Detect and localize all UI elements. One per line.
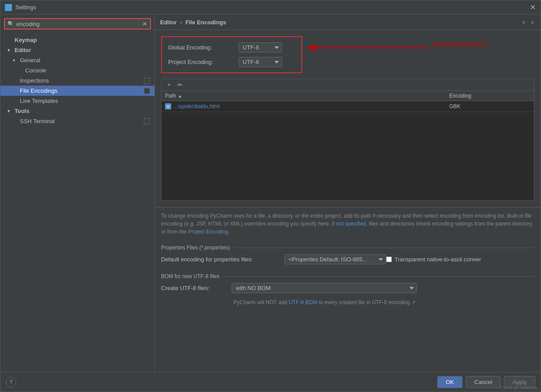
nav-forward-button[interactable]: ›: [530, 18, 535, 26]
bom-note: PyCharm will NOT add UTF-8 BOM to every …: [155, 299, 541, 308]
global-encoding-row: Global Encoding: UTF-8 GBK ISO-8859-1: [168, 42, 295, 53]
cancel-button[interactable]: Cancel: [466, 376, 500, 388]
encoding-section: Global Encoding: UTF-8 GBK ISO-8859-1 Pr…: [161, 36, 302, 73]
search-icon: 🔍: [8, 21, 14, 27]
utf8-bom-link: UTF-8 BOM: [289, 299, 317, 305]
watermark: CSDN @Finderyao: [500, 385, 537, 390]
col-encoding-header: Encoding: [446, 91, 534, 101]
global-encoding-select[interactable]: UTF-8 GBK ISO-8859-1: [239, 42, 282, 53]
file-icon: H: [165, 103, 171, 109]
search-input[interactable]: [16, 21, 142, 27]
file-path-cell: H ...\spider\baidu.html: [162, 101, 446, 112]
bom-section: BOM for new UTF-8 files Create UTF-8 fil…: [155, 271, 541, 299]
help-button[interactable]: ?: [6, 377, 16, 388]
properties-section: Properties Files (*.properties) Default …: [155, 240, 541, 271]
ok-button[interactable]: OK: [437, 376, 462, 388]
search-box[interactable]: 🔍 ✕: [4, 18, 151, 30]
panel-nav: ‹ ›: [521, 18, 535, 26]
edit-file-button[interactable]: ✏: [176, 81, 184, 89]
breadcrumb-current: File Encodings: [185, 19, 226, 26]
sidebar-item-tools[interactable]: ▾ Tools: [0, 106, 154, 116]
tree-arrow: ▾: [13, 58, 18, 63]
table-row[interactable]: H ...\spider\baidu.html GBK: [162, 101, 534, 112]
sidebar-item-label: Editor: [15, 47, 31, 53]
sidebar-item-label: File Encodings: [20, 87, 57, 94]
bottom-bar: ? OK Cancel Apply: [0, 372, 541, 392]
file-path-text: ...\spider\baidu.html: [173, 103, 220, 109]
bom-create-row: Create UTF-8 files: with NO BOM with BOM: [161, 283, 534, 293]
clear-search-icon[interactable]: ✕: [142, 20, 147, 27]
file-table-toolbar: ＋ ✏: [162, 79, 534, 91]
sidebar-item-file-encodings[interactable]: File Encodings: [0, 86, 154, 96]
add-file-button[interactable]: ＋: [164, 80, 174, 89]
sidebar-item-label: Live Templates: [20, 98, 58, 104]
global-encoding-label: Global Encoding:: [168, 44, 239, 51]
breadcrumb-parent: Editor: [160, 19, 177, 26]
nav-back-button[interactable]: ‹: [521, 18, 526, 26]
item-indicator: [144, 118, 150, 124]
sidebar-item-label: SSH Terminal: [20, 118, 55, 124]
description-text: To change encoding PyCharm uses for a fi…: [155, 207, 541, 240]
sidebar: 🔍 ✕ Keymap ▾ Editor ▾ Gen: [0, 15, 155, 372]
col-path-header: Path ▲: [162, 91, 446, 101]
breadcrumb-separator: ›: [180, 19, 184, 26]
breadcrumb: Editor › File Encodings: [160, 19, 226, 26]
sidebar-tree: Keymap ▾ Editor ▾ General Console: [0, 33, 154, 372]
window-title: Settings: [15, 4, 529, 11]
sidebar-item-ssh-terminal[interactable]: SSH Terminal: [0, 116, 154, 126]
sidebar-item-label: Tools: [15, 108, 30, 114]
title-bar: Settings ✕: [0, 0, 541, 15]
file-table-empty-area: [162, 112, 534, 200]
sidebar-item-label: Inspections: [20, 77, 49, 84]
sidebar-item-label: Keymap: [15, 37, 37, 43]
sidebar-item-inspections[interactable]: Inspections: [0, 75, 154, 86]
project-encoding-link: Project Encoding: [188, 229, 228, 235]
project-encoding-label: Project Encoding:: [168, 59, 239, 65]
default-encoding-row: Default encoding for properties files: <…: [161, 254, 534, 264]
col-path-label: Path: [165, 93, 176, 99]
item-indicator: [144, 78, 150, 84]
sidebar-item-general[interactable]: ▾ General: [0, 55, 154, 65]
sidebar-item-keymap[interactable]: Keymap: [0, 35, 154, 45]
annotation-arrow: [305, 39, 459, 65]
transparent-checkbox[interactable]: [386, 256, 392, 262]
tree-arrow: ▾: [8, 48, 13, 53]
app-icon: [5, 4, 12, 11]
file-table-header: Path ▲ Encoding: [162, 91, 534, 101]
sidebar-item-console[interactable]: Console: [0, 65, 154, 75]
bom-create-label: Create UTF-8 files:: [161, 285, 232, 291]
close-button[interactable]: ✕: [529, 4, 536, 11]
default-encoding-label: Default encoding for properties files:: [161, 256, 285, 263]
right-panel: Editor › File Encodings ‹ › Global Encod…: [155, 15, 541, 372]
sidebar-item-label: General: [20, 57, 40, 64]
sidebar-item-label: Console: [25, 67, 46, 74]
bom-create-select[interactable]: with NO BOM with BOM: [232, 283, 417, 293]
project-encoding-row: Project Encoding: UTF-8 GBK ISO-8859-1: [168, 57, 295, 67]
sort-arrow: ▲: [178, 94, 182, 98]
default-encoding-select[interactable]: <Properties Default: ISO-885...: [285, 254, 386, 264]
sidebar-item-live-templates[interactable]: Live Templates: [0, 96, 154, 106]
file-table: ＋ ✏ Path ▲ Encoding H ...\spider\baid: [161, 79, 534, 201]
project-encoding-select[interactable]: UTF-8 GBK ISO-8859-1: [239, 57, 282, 67]
sidebar-item-editor[interactable]: ▾ Editor: [0, 45, 154, 55]
bom-section-title: BOM for new UTF-8 files: [161, 273, 534, 279]
if-not-specified-link: If not specified: [332, 221, 366, 227]
annotation-text: 确保这两项是选择utf-8,: [433, 41, 487, 49]
transparent-label: Transparent native-to-ascii conver: [394, 256, 481, 263]
properties-section-title: Properties Files (*.properties): [161, 245, 534, 251]
panel-header: Editor › File Encodings ‹ ›: [155, 15, 541, 30]
file-encoding-cell: GBK: [446, 101, 534, 112]
panel-body: Global Encoding: UTF-8 GBK ISO-8859-1 Pr…: [155, 30, 541, 372]
item-indicator: [144, 88, 150, 94]
tree-arrow: ▾: [8, 109, 13, 113]
